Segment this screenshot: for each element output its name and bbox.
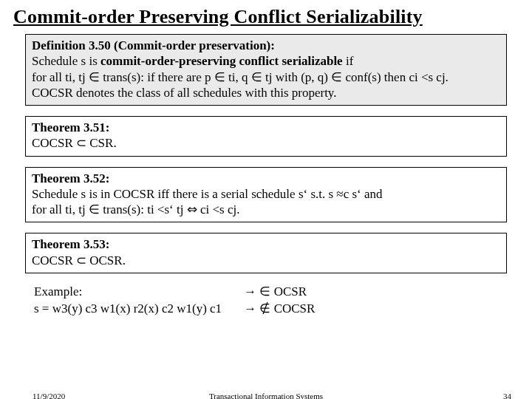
theorem-3-52-box: Theorem 3.52: Schedule s is in COCSR iff… xyxy=(25,167,507,223)
footer-date: 11/9/2020 xyxy=(33,392,65,399)
example-result-cocsr: → ∉ COCSR xyxy=(244,301,315,318)
theorem-3-53-body: COCSR ⊂ OCSR. xyxy=(32,253,500,268)
definition-line1-bold: commit-order-preserving conflict seriali… xyxy=(100,54,343,68)
theorem-3-51-box: Theorem 3.51: COCSR ⊂ CSR. xyxy=(25,116,507,157)
definition-heading: Definition 3.50 (Commit-order preservati… xyxy=(32,38,500,53)
theorem-3-51-heading: Theorem 3.51: xyxy=(32,120,500,135)
definition-line3: COCSR denotes the class of all schedules… xyxy=(32,85,500,100)
theorem-3-53-box: Theorem 3.53: COCSR ⊂ OCSR. xyxy=(25,233,507,273)
theorem-3-53-heading: Theorem 3.53: xyxy=(32,236,500,252)
definition-line1-pre: Schedule s is xyxy=(32,54,100,68)
footer-center: Transactional Information Systems xyxy=(209,392,323,399)
definition-line1-post: if xyxy=(343,54,354,68)
definition-box: Definition 3.50 (Commit-order preservati… xyxy=(25,34,507,106)
slide-title: Commit-order Preserving Conflict Seriali… xyxy=(13,6,519,28)
example-schedule: s = w3(y) c3 w1(x) r2(x) c2 w1(y) c1 xyxy=(34,301,222,318)
definition-line1: Schedule s is commit-order-preserving co… xyxy=(32,53,500,69)
definition-line2: for all ti, tj ∈ trans(s): if there are … xyxy=(32,69,500,85)
example-label: Example: xyxy=(34,284,222,301)
theorem-3-52-heading: Theorem 3.52: xyxy=(32,171,500,186)
example-block: Example: s = w3(y) c3 w1(x) r2(x) c2 w1(… xyxy=(34,284,519,318)
footer-page: 34 xyxy=(503,392,511,399)
theorem-3-52-line2: for all ti, tj ∈ trans(s): ti <s‘ tj ⇔ c… xyxy=(32,202,500,217)
theorem-3-52-line1: Schedule s is in COCSR iff there is a se… xyxy=(32,186,500,202)
theorem-3-51-body: COCSR ⊂ CSR. xyxy=(32,135,500,151)
example-result-ocsr: → ∈ OCSR xyxy=(244,284,315,301)
slide: Commit-order Preserving Conflict Seriali… xyxy=(0,0,532,399)
